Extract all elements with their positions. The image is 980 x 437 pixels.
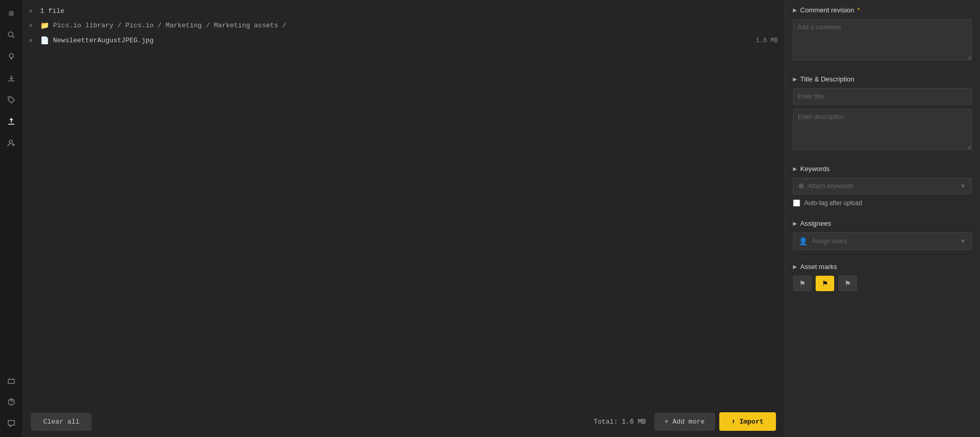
- download-icon[interactable]: [2, 69, 21, 88]
- import-button[interactable]: ⬆ Import: [719, 412, 776, 431]
- asset-marks-chevron-icon: ▶: [793, 264, 797, 270]
- svg-point-5: [9, 98, 10, 99]
- help-icon[interactable]: [2, 393, 21, 411]
- file-icon: 📄: [40, 36, 49, 45]
- title-input[interactable]: [793, 88, 972, 105]
- keywords-dropdown-chevron-icon: ▼: [960, 182, 966, 190]
- mark-flag-3[interactable]: ⚑: [838, 276, 857, 291]
- comment-revision-section: ▶ Comment revision *: [785, 0, 980, 69]
- assignees-section: ▶ Assignees 👤 Assign users ▼: [785, 213, 980, 257]
- main-content: ✕ 1 file ✕ 📁 Pics.io library / Pics.io /…: [23, 0, 784, 437]
- svg-point-6: [9, 140, 12, 143]
- folder-path-row: ✕ 📁 Pics.io library / Pics.io / Marketin…: [23, 18, 784, 33]
- comment-header-label: Comment revision: [800, 6, 854, 14]
- keywords-section-header: ▶ Keywords: [793, 165, 972, 173]
- tag-icon[interactable]: [2, 91, 21, 109]
- user-icon: 👤: [799, 237, 807, 245]
- user-add-icon[interactable]: [2, 134, 21, 153]
- chat-icon[interactable]: [2, 414, 21, 433]
- attach-keywords-label: Attach keywords: [808, 182, 853, 190]
- folder-icon: 📁: [40, 21, 49, 30]
- file-name-label: NewsleetterAugustJPEG.jpg: [53, 37, 752, 44]
- comment-chevron-icon: ▶: [793, 7, 797, 13]
- mark-flag-2[interactable]: ⚑: [816, 276, 834, 291]
- grid-icon[interactable]: ⊞: [2, 4, 21, 23]
- asset-marks-header: ▶ Asset marks: [793, 263, 972, 271]
- assign-dropdown[interactable]: 👤 Assign users ▼: [793, 232, 972, 250]
- assignees-header-label: Assignees: [800, 220, 831, 227]
- asset-marks-row: ⚑ ⚑ ⚑: [793, 276, 972, 291]
- asset-marks-section: ▶ Asset marks ⚑ ⚑ ⚑: [785, 257, 980, 298]
- right-panel: ▶ Comment revision * ▶ Title & Descripti…: [784, 0, 980, 437]
- clear-all-button[interactable]: Clear all: [31, 413, 92, 431]
- file-count-row: ✕ 1 file: [23, 4, 784, 18]
- svg-rect-9: [8, 379, 14, 383]
- auto-tag-label: Auto-tag after upload: [804, 199, 862, 207]
- add-more-button[interactable]: + Add more: [654, 413, 715, 431]
- left-sidebar: ⊞: [0, 0, 23, 437]
- keywords-chevron-icon: ▶: [793, 166, 797, 172]
- description-textarea[interactable]: [793, 109, 972, 150]
- file-list: ✕ 1 file ✕ 📁 Pics.io library / Pics.io /…: [23, 0, 784, 406]
- search-icon[interactable]: [2, 26, 21, 44]
- comment-section-header: ▶ Comment revision *: [793, 6, 972, 14]
- assign-dropdown-chevron-icon: ▼: [960, 238, 966, 245]
- total-label: Total: 1.6 MB: [594, 418, 646, 426]
- title-chevron-icon: ▶: [793, 76, 797, 82]
- bottom-right: Total: 1.6 MB + Add more ⬆ Import: [594, 412, 776, 431]
- close-all-button[interactable]: ✕: [29, 7, 36, 15]
- keywords-section: ▶ Keywords Attach keywords ▼ Auto-tag af…: [785, 159, 980, 213]
- close-file-button[interactable]: ✕: [29, 37, 36, 44]
- file-row-0: ✕ 📄 NewsleetterAugustJPEG.jpg 1.6 MB: [23, 33, 784, 48]
- svg-point-2: [9, 54, 13, 58]
- title-section-header: ▶ Title & Description: [793, 75, 972, 83]
- keywords-dropdown[interactable]: Attach keywords ▼: [793, 178, 972, 194]
- auto-tag-row: Auto-tag after upload: [793, 199, 972, 207]
- keywords-left: Attach keywords: [799, 182, 853, 190]
- assignees-chevron-icon: ▶: [793, 221, 797, 226]
- title-header-label: Title & Description: [800, 75, 854, 83]
- file-size-label: 1.6 MB: [756, 37, 778, 44]
- bottom-bar: Clear all Total: 1.6 MB + Add more ⬆ Imp…: [23, 406, 784, 437]
- asset-marks-header-label: Asset marks: [800, 263, 837, 271]
- assignees-section-header: ▶ Assignees: [793, 220, 972, 227]
- folder-path-label: Pics.io library / Pics.io / Marketing / …: [53, 22, 286, 29]
- keywords-header-label: Keywords: [800, 165, 830, 173]
- file-count-label: 1 file: [40, 7, 64, 15]
- comment-textarea[interactable]: [793, 19, 972, 60]
- svg-point-0: [8, 32, 13, 37]
- assign-left: 👤 Assign users: [799, 237, 847, 245]
- comment-required-star: *: [857, 6, 860, 14]
- upload-icon[interactable]: [2, 112, 21, 131]
- assign-users-label: Assign users: [812, 238, 847, 245]
- bulb-icon[interactable]: [2, 47, 21, 66]
- title-description-section: ▶ Title & Description: [785, 69, 980, 159]
- plugin-icon[interactable]: [2, 371, 21, 390]
- svg-line-1: [12, 36, 14, 38]
- close-folder-button[interactable]: ✕: [29, 22, 36, 29]
- kw-dot-icon: [799, 183, 804, 189]
- svg-point-13: [11, 404, 12, 405]
- mark-flag-1[interactable]: ⚑: [793, 276, 812, 291]
- auto-tag-checkbox[interactable]: [793, 199, 800, 207]
